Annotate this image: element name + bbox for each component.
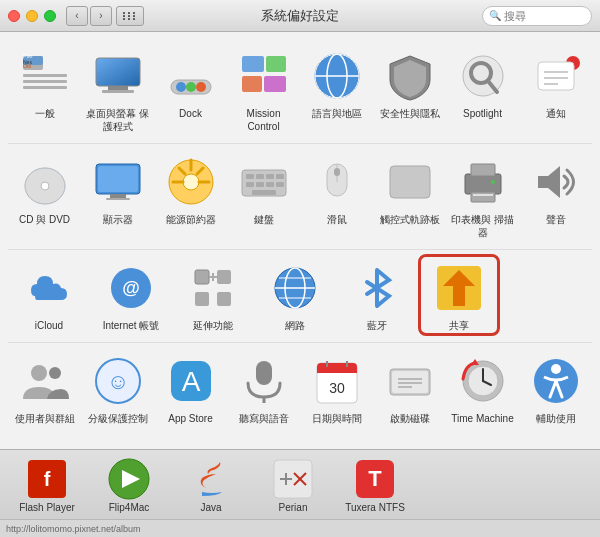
startup-icon <box>382 353 438 409</box>
svg-rect-60 <box>465 174 501 194</box>
icon-item-keyboard[interactable]: 鍵盤 <box>227 148 300 230</box>
icon-row: iCloud @ Internet 帳號 延伸功能 網路 藍牙 共享 <box>8 254 592 343</box>
icon-item-printers[interactable]: 印表機與 掃描器 <box>446 148 519 243</box>
icon-item-startup[interactable]: 啟動磁碟 <box>373 347 446 429</box>
icon-item-mission-control[interactable]: Mission Control <box>227 42 300 137</box>
icon-label-internet: Internet 帳號 <box>103 319 160 332</box>
icon-label-startup: 啟動磁碟 <box>390 412 430 425</box>
svg-rect-4 <box>23 86 67 89</box>
icon-item-cddvd[interactable]: CD 與 DVD <box>8 148 81 230</box>
svg-point-83 <box>49 367 61 379</box>
svg-rect-37 <box>110 194 126 198</box>
bottom-item-flashplayer[interactable]: f Flash Player <box>8 456 86 513</box>
icon-item-network[interactable]: 網路 <box>254 254 336 336</box>
icon-label-network: 網路 <box>285 319 305 332</box>
users-icon <box>17 353 73 409</box>
dictation-icon <box>236 353 292 409</box>
icon-label-parental: 分級保護控制 <box>88 412 148 425</box>
icon-item-sharing[interactable]: 共享 <box>418 254 500 336</box>
svg-text:T: T <box>368 466 382 491</box>
language-icon <box>309 48 365 104</box>
bottom-item-flip4mac[interactable]: Flip4Mac <box>90 456 168 513</box>
titlebar: ‹ › 系統偏好設定 🔍 <box>0 0 600 32</box>
icon-row: CD 與 DVD 顯示器 能源節約器 鍵盤 <box>8 148 592 250</box>
icon-label-displays: 顯示器 <box>103 213 133 226</box>
svg-text:☺: ☺ <box>106 369 128 394</box>
icon-item-general[interactable]: File Nex Ool 一般 <box>8 42 81 124</box>
icon-label-extensions: 延伸功能 <box>193 319 233 332</box>
displays-icon <box>90 154 146 210</box>
accessibility-icon <box>528 353 584 409</box>
icon-item-users[interactable]: 使用者與群組 <box>8 347 81 429</box>
svg-rect-16 <box>242 56 264 72</box>
icon-item-mouse[interactable]: 滑鼠 <box>300 148 373 230</box>
window-controls <box>8 10 56 22</box>
icon-item-appstore[interactable]: A App Store <box>154 347 227 429</box>
icon-item-trackpad[interactable]: 觸控式軌跡板 <box>373 148 446 230</box>
svg-rect-68 <box>195 270 209 284</box>
icon-item-notifications[interactable]: 通知 <box>519 42 592 124</box>
svg-rect-10 <box>108 86 128 90</box>
desktop-icon <box>90 48 146 104</box>
notifications-icon <box>528 48 584 104</box>
svg-point-14 <box>186 82 196 92</box>
icon-label-language: 語言與地區 <box>312 107 362 120</box>
grid-view-button[interactable] <box>116 6 144 26</box>
svg-rect-114 <box>274 460 312 498</box>
icon-item-internet[interactable]: @ Internet 帳號 <box>90 254 172 336</box>
minimize-button[interactable] <box>26 10 38 22</box>
icon-item-desktop-screensaver[interactable]: 桌面與螢幕 保護程式 <box>81 42 154 137</box>
parental-icon: ☺ <box>90 353 146 409</box>
svg-point-64 <box>491 180 495 184</box>
tuxera-icon: T <box>352 456 398 502</box>
bottom-label-tuxeraNTFS: Tuxera NTFS <box>345 502 405 513</box>
icon-item-parental[interactable]: ☺ 分級保護控制 <box>81 347 154 429</box>
svg-rect-18 <box>242 76 262 92</box>
icon-label-notifications: 通知 <box>546 107 566 120</box>
icon-item-timemachine[interactable]: Time Machine <box>446 347 519 429</box>
icon-item-extensions[interactable]: 延伸功能 <box>172 254 254 336</box>
search-input[interactable] <box>504 10 584 22</box>
svg-rect-9 <box>96 58 140 86</box>
icon-item-energy[interactable]: 能源節約器 <box>154 148 227 230</box>
icon-item-dock[interactable]: Dock <box>154 42 227 124</box>
back-button[interactable]: ‹ <box>66 6 88 26</box>
icon-item-accessibility[interactable]: 輔助使用 <box>519 347 592 429</box>
svg-rect-72 <box>217 292 231 306</box>
icon-item-icloud[interactable]: iCloud <box>8 254 90 336</box>
cddvd-icon <box>17 154 73 210</box>
sharing-icon <box>431 260 487 316</box>
icon-label-users: 使用者與群組 <box>15 412 75 425</box>
icon-item-dictation[interactable]: 聽寫與語音 <box>227 347 300 429</box>
icon-label-printers: 印表機與 掃描器 <box>450 213 515 239</box>
icon-row: 使用者與群組 ☺ 分級保護控制 A App Store 聽寫與語音 30 日期與… <box>8 347 592 435</box>
printers-icon <box>455 154 511 210</box>
internet-icon: @ <box>103 260 159 316</box>
bottom-item-tuxeraNTFS[interactable]: T Tuxera NTFS <box>336 456 414 513</box>
bottom-item-perian[interactable]: Perian <box>254 456 332 513</box>
bottom-label-flip4mac: Flip4Mac <box>109 502 150 513</box>
svg-rect-11 <box>102 90 134 93</box>
svg-rect-55 <box>252 190 276 195</box>
svg-rect-97 <box>392 371 428 393</box>
svg-rect-52 <box>256 182 264 187</box>
icon-item-spotlight[interactable]: Spotlight <box>446 42 519 124</box>
icon-item-security[interactable]: 安全性與隱私 <box>373 42 446 124</box>
icon-item-language[interactable]: 語言與地區 <box>300 42 373 124</box>
icon-item-bluetooth[interactable]: 藍牙 <box>336 254 418 336</box>
close-button[interactable] <box>8 10 20 22</box>
java-icon <box>188 456 234 502</box>
forward-button[interactable]: › <box>90 6 112 26</box>
icon-item-displays[interactable]: 顯示器 <box>81 148 154 230</box>
icon-item-sound[interactable]: 聲音 <box>519 148 592 230</box>
icon-label-timemachine: Time Machine <box>451 412 513 425</box>
svg-rect-88 <box>256 361 272 385</box>
bottom-item-java[interactable]: Java <box>172 456 250 513</box>
icon-label-datetime: 日期與時間 <box>312 412 362 425</box>
search-box[interactable]: 🔍 <box>482 6 592 26</box>
url-bar: http://lolitomomo.pixnet.net/album <box>0 519 600 537</box>
icon-item-datetime[interactable]: 30 日期與時間 <box>300 347 373 429</box>
maximize-button[interactable] <box>44 10 56 22</box>
network-icon <box>267 260 323 316</box>
icon-label-icloud: iCloud <box>35 319 63 332</box>
